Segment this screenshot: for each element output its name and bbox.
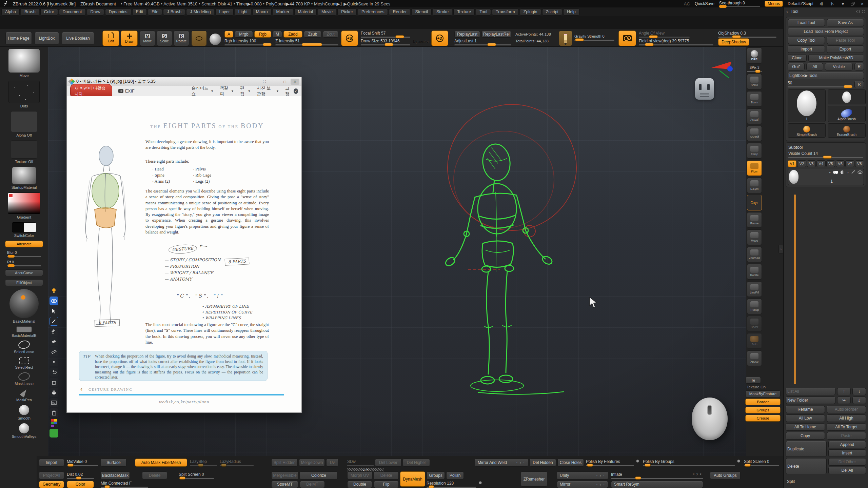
gravity-button[interactable] <box>559 30 572 46</box>
right-shelf-tile[interactable]: LineFill <box>747 281 762 297</box>
goz-all-button[interactable]: All <box>806 63 823 70</box>
subtool-tab[interactable]: V7 <box>845 160 854 167</box>
subtool-item[interactable]: ▾ ◑ 1 <box>788 169 864 185</box>
menu-item[interactable]: File <box>148 8 162 16</box>
exif-button[interactable]: EXIF <box>118 89 135 94</box>
menu-item[interactable]: Marker <box>273 8 293 16</box>
default-zscript-button[interactable]: DefaultZScript <box>788 1 813 6</box>
axis-orientation-widget[interactable] <box>709 60 734 79</box>
menu-item[interactable]: Zplugin <box>520 8 541 16</box>
right-shelf-tile[interactable]: Ghost <box>747 316 762 331</box>
paintbrush-icon[interactable] <box>851 170 855 174</box>
menu-item[interactable]: Texture <box>453 8 475 16</box>
m-button[interactable]: M <box>273 31 282 38</box>
duplicate-button[interactable]: Duplicate <box>786 441 827 457</box>
z-intensity-slider[interactable]: Z Intensity 51 <box>275 39 338 45</box>
contrast-icon[interactable]: ◑ <box>847 170 849 174</box>
field-of-view-slider[interactable]: Field of view(deg) 39.59775 <box>639 39 713 45</box>
right-shelf-tile[interactable]: Floor <box>747 160 762 176</box>
midvalue-slider[interactable]: MidValue 0 <box>67 459 98 466</box>
goz-button[interactable]: GoZ <box>788 63 805 70</box>
menu-item[interactable]: Picker <box>337 8 357 16</box>
zadd-button[interactable]: Zadd <box>283 31 302 38</box>
auto-mask-fibermesh-button[interactable]: Auto Mask FiberMesh <box>135 459 187 467</box>
menu-item[interactable]: J-Modeling <box>186 8 214 16</box>
merge-visible-button[interactable]: MergeVisible <box>271 471 298 480</box>
current-tool-thumbnail[interactable]: 1 <box>788 89 826 122</box>
deep-shadow-button[interactable]: DeepShadow <box>718 38 749 46</box>
menu-item[interactable]: Layer <box>215 8 233 16</box>
visible-count-slider[interactable]: Visible Count 14 <box>788 151 863 158</box>
right-shelf-tile[interactable]: Rotate <box>747 264 762 280</box>
eraser-icon[interactable] <box>50 337 58 346</box>
all-to-target-button[interactable]: All To Target <box>827 423 866 431</box>
scale-button[interactable]: S Scale <box>157 30 172 46</box>
bulb-icon[interactable] <box>50 286 58 295</box>
all-to-home-button[interactable]: All To Home <box>786 423 825 431</box>
pin-toggle[interactable]: 고정✓ <box>285 85 298 97</box>
right-shelf-tile[interactable]: Scroll <box>747 74 762 89</box>
trash-icon[interactable] <box>50 378 58 387</box>
right-shelf-tile[interactable]: Zoom <box>747 91 762 107</box>
current-alpha-sphere-icon[interactable] <box>210 34 221 45</box>
right-shelf-tile[interactable]: Zoom3D <box>747 247 762 262</box>
live-boolean-button[interactable]: Live Boolean <box>62 32 94 45</box>
dock-item[interactable]: MaskLasso <box>4 372 44 386</box>
bpr-render-button[interactable]: BPR <box>747 47 762 64</box>
subtool-tab[interactable]: V2 <box>797 160 806 167</box>
close-button[interactable]: × <box>859 1 865 6</box>
dock-item[interactable]: Alternate <box>4 241 44 247</box>
subtool-scrollbar[interactable] <box>794 195 796 384</box>
right-shelf-tile[interactable]: L.Sym <box>747 178 762 193</box>
tool-r-button[interactable]: R <box>854 81 864 88</box>
move-up-button[interactable]: ↑ <box>837 388 851 395</box>
highlighter-icon[interactable] <box>50 327 58 336</box>
smart-resym-button[interactable]: Smart ReSym <box>611 481 703 488</box>
shade-icon[interactable] <box>841 170 844 174</box>
alpha-brush-thumbnail[interactable]: AlphaBrush <box>828 106 866 122</box>
dist-slider[interactable]: Dist 0.02 <box>67 472 94 479</box>
undo-icon[interactable] <box>50 368 58 377</box>
menu-item[interactable]: Alpha <box>1 8 20 16</box>
dock-item[interactable]: Texture Off <box>4 140 44 164</box>
minimize-button[interactable]: ▾ <box>840 1 846 6</box>
list-all-button[interactable]: List All <box>786 388 835 395</box>
menu-item[interactable]: Render <box>389 8 410 16</box>
texture-panel-stub[interactable]: Te <box>745 377 761 384</box>
tray-import-button[interactable]: Import <box>39 459 64 467</box>
move-down-button[interactable]: ↓ <box>852 388 866 395</box>
dock-item[interactable]: FillObject <box>4 279 44 286</box>
storemt-button[interactable]: StoreMT <box>271 481 298 488</box>
panel-circle-icon[interactable] <box>856 10 860 13</box>
polypaint-icon[interactable] <box>833 171 838 174</box>
menu-item[interactable]: Macro <box>252 8 272 16</box>
goz-visible-button[interactable]: Visible <box>825 63 853 70</box>
viewer-maximize-button[interactable]: □ <box>280 79 289 85</box>
right-shelf-tile[interactable]: Move <box>747 229 762 245</box>
viewer-close-button[interactable]: ✕ <box>291 79 299 85</box>
rgb-intensity-slider[interactable]: Rgb Intensity 100 <box>224 39 271 45</box>
mask-by-feature-button[interactable]: MaskByFeature <box>745 390 781 397</box>
close-holes-button[interactable]: Close Holes <box>557 459 584 467</box>
subtool-tab[interactable]: V4 <box>816 160 825 167</box>
del-lower-button[interactable]: Del Lower <box>375 459 401 467</box>
panel-pin-icon[interactable] <box>862 10 865 13</box>
viewer-fullscreen-button[interactable]: ⛶ <box>260 79 269 85</box>
see-through-slider[interactable]: See-through 0 <box>719 1 760 7</box>
paste-tool-button[interactable]: Paste Tool <box>827 37 864 44</box>
dynamic-label[interactable]: Dynamic <box>413 39 429 43</box>
menu-item[interactable]: Light <box>235 8 251 16</box>
border-button[interactable]: Border <box>745 399 781 405</box>
backface-mask-button[interactable]: BackfaceMask <box>101 471 130 480</box>
menu-item[interactable]: Edit <box>132 8 147 16</box>
eraser-brush-thumbnail[interactable]: EraserBrush <box>828 123 866 138</box>
dock-item[interactable]: Blur 0 <box>4 250 44 257</box>
load-tool-button[interactable]: Load Tool <box>788 19 825 26</box>
dock-item[interactable]: AccuCurve <box>4 269 44 276</box>
dock-item[interactable]: Move <box>4 49 44 78</box>
menu-item[interactable]: Movie <box>318 8 336 16</box>
delete-subtool-button[interactable]: Delete <box>786 458 827 474</box>
delmt-button[interactable]: DelMT <box>300 481 325 488</box>
menu-item[interactable]: Brush <box>21 8 39 16</box>
see-through-track[interactable] <box>719 6 760 7</box>
